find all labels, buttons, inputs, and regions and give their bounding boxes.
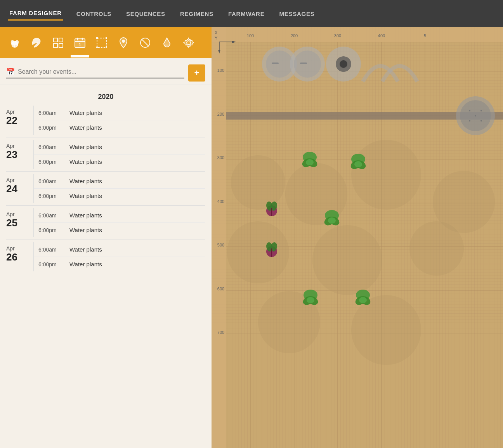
- svg-rect-255: [300, 63, 307, 64]
- nav-farmware[interactable]: FARMWARE: [227, 7, 266, 20]
- search-calendar-icon: 📅: [6, 68, 15, 76]
- settings-gear-icon[interactable]: [179, 33, 198, 52]
- month-label: Apr: [6, 143, 15, 149]
- svg-point-303: [359, 297, 367, 303]
- marker-pin-icon[interactable]: [114, 33, 133, 52]
- svg-text:100: 100: [217, 68, 224, 73]
- search-row: 📅 +: [6, 64, 205, 82]
- svg-text:300: 300: [334, 33, 341, 38]
- event-name: Water plants: [69, 212, 102, 219]
- svg-rect-15: [106, 37, 107, 39]
- svg-point-253: [294, 50, 321, 78]
- svg-point-275: [351, 295, 421, 365]
- farm-map[interactable]: X Y 100 200 300 400 5 100 200 300 400 50…: [212, 27, 503, 448]
- event-name: Water plants: [69, 178, 102, 184]
- events-column: 6:00amWater plants6:00pmWater plants: [33, 140, 205, 169]
- svg-point-265: [469, 120, 470, 122]
- day-group: Apr226:00amWater plants6:00pmWater plant…: [6, 106, 205, 135]
- day-group: Apr246:00amWater plants6:00pmWater plant…: [6, 174, 205, 203]
- event-time: 6:00am: [38, 212, 69, 219]
- nav-messages[interactable]: MESSAGES: [278, 7, 316, 20]
- day-number: 23: [6, 149, 17, 160]
- svg-text:700: 700: [217, 330, 224, 335]
- svg-point-299: [307, 297, 314, 303]
- svg-point-273: [409, 221, 464, 276]
- event-row[interactable]: 6:00amWater plants: [34, 140, 205, 155]
- day-number: 24: [6, 183, 17, 194]
- event-name: Water plants: [69, 246, 102, 253]
- search-input[interactable]: [18, 68, 184, 75]
- svg-text:X: X: [215, 30, 218, 35]
- nav-controls[interactable]: CONTROLS: [75, 7, 113, 20]
- selection-box-icon[interactable]: [92, 33, 111, 52]
- day-number: 26: [6, 252, 17, 263]
- svg-point-266: [480, 120, 482, 122]
- svg-rect-254: [272, 63, 279, 64]
- grid-icon[interactable]: [49, 33, 68, 52]
- svg-text:600: 600: [217, 287, 224, 291]
- svg-point-272: [312, 225, 382, 295]
- calendar-event-icon[interactable]: 1: [71, 33, 89, 52]
- day-number: 22: [6, 115, 17, 126]
- svg-point-279: [306, 159, 314, 165]
- left-panel: 1: [0, 27, 212, 448]
- nav-sequences[interactable]: SEQUENCES: [125, 7, 167, 20]
- month-label: Apr: [6, 245, 15, 252]
- svg-text:Y: Y: [215, 36, 218, 40]
- svg-point-262: [475, 115, 476, 116]
- plant-icon[interactable]: [5, 33, 24, 52]
- svg-text:200: 200: [291, 33, 298, 38]
- svg-point-251: [266, 50, 293, 78]
- event-time: 6:00pm: [38, 159, 69, 165]
- day-group: Apr256:00amWater plants6:00pmWater plant…: [6, 208, 205, 237]
- event-row[interactable]: 6:00amWater plants: [34, 106, 205, 120]
- svg-text:300: 300: [217, 155, 224, 160]
- svg-text:400: 400: [378, 33, 385, 38]
- event-time: 6:00am: [38, 110, 69, 116]
- search-area: 📅 +: [0, 58, 212, 85]
- svg-text:5: 5: [424, 33, 426, 38]
- add-event-button[interactable]: +: [188, 64, 205, 82]
- svg-text:400: 400: [217, 199, 224, 204]
- event-row[interactable]: 6:00pmWater plants: [34, 223, 205, 237]
- water-drop-icon[interactable]: [158, 33, 176, 52]
- events-column: 6:00amWater plants6:00pmWater plants: [33, 106, 205, 135]
- day-separator: [6, 240, 205, 240]
- svg-point-271: [227, 221, 289, 283]
- svg-text:1: 1: [79, 43, 81, 47]
- day-separator: [6, 137, 205, 137]
- svg-rect-7: [59, 43, 63, 47]
- nav-regimens[interactable]: REGIMENS: [179, 7, 215, 20]
- event-row[interactable]: 6:00pmWater plants: [34, 189, 205, 203]
- search-input-wrap: 📅: [6, 68, 184, 78]
- event-row[interactable]: 6:00amWater plants: [34, 174, 205, 189]
- forbidden-circle-icon[interactable]: [136, 33, 154, 52]
- event-time: 6:00pm: [38, 193, 69, 199]
- event-time: 6:00am: [38, 247, 69, 253]
- day-number: 25: [6, 217, 17, 229]
- event-time: 6:00pm: [38, 227, 69, 233]
- event-row[interactable]: 6:00pmWater plants: [34, 120, 205, 135]
- svg-text:500: 500: [217, 243, 224, 247]
- day-separator: [6, 205, 205, 206]
- event-row[interactable]: 6:00pmWater plants: [34, 257, 205, 271]
- svg-rect-4: [54, 38, 57, 42]
- day-group: Apr266:00amWater plants6:00pmWater plant…: [6, 242, 205, 271]
- event-row[interactable]: 6:00amWater plants: [34, 208, 205, 223]
- svg-point-18: [122, 40, 125, 43]
- leaf-icon[interactable]: [27, 33, 46, 52]
- svg-point-267: [231, 155, 285, 210]
- svg-rect-13: [97, 38, 106, 47]
- event-row[interactable]: 6:00pmWater plants: [34, 155, 205, 169]
- event-name: Water plants: [69, 261, 102, 267]
- day-label: Apr26: [6, 242, 33, 271]
- svg-rect-14: [96, 37, 98, 39]
- svg-rect-219: [212, 27, 226, 448]
- day-separator: [6, 171, 205, 172]
- year-header: 2020: [6, 85, 205, 106]
- event-row[interactable]: 6:00amWater plants: [34, 242, 205, 257]
- day-label: Apr24: [6, 174, 33, 203]
- nav-farm-designer[interactable]: FARM DESIGNER: [8, 7, 63, 21]
- svg-text:200: 200: [217, 112, 224, 116]
- events-container: Apr226:00amWater plants6:00pmWater plant…: [6, 106, 205, 271]
